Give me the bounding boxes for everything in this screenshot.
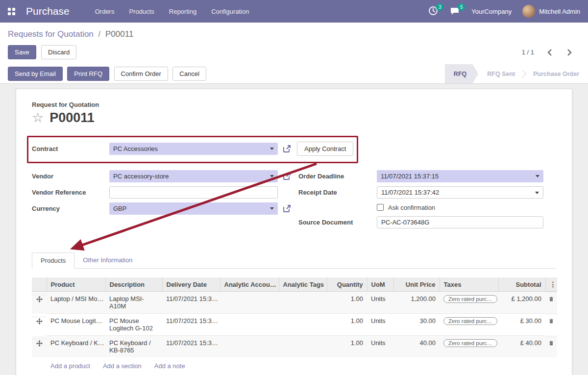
messages-button[interactable]: 5	[450, 6, 461, 17]
vendor-select[interactable]: PC accessory-store	[109, 170, 278, 182]
save-button[interactable]: Save	[8, 45, 36, 59]
tax-tag[interactable]: Zero rated purc…	[443, 339, 497, 347]
cell-product[interactable]: Laptop / MSI Mo…	[47, 292, 105, 314]
record-type-label: Request for Quotation	[32, 101, 556, 108]
apply-contract-button[interactable]: Apply Contract	[297, 142, 353, 156]
col-quantity[interactable]: Quantity	[327, 277, 367, 292]
cell-taxes[interactable]: Zero rated purc…	[440, 336, 498, 358]
tax-tag[interactable]: Zero rated purc…	[443, 295, 497, 303]
company-switcher[interactable]: YourCompany	[471, 8, 512, 15]
add-a-section-link[interactable]: Add a section	[103, 362, 142, 370]
order-deadline-input[interactable]: 11/07/2021 15:37:15	[377, 170, 543, 182]
currency-select[interactable]: GBP	[109, 202, 278, 215]
optional-columns-icon[interactable]: ⋮	[545, 277, 557, 292]
activities-button[interactable]: 3	[428, 6, 439, 17]
favorite-star-icon[interactable]: ☆	[32, 111, 44, 125]
cancel-button[interactable]: Cancel	[172, 67, 206, 81]
cell-product[interactable]: PC Mouse Logit…	[47, 314, 105, 336]
delete-line-icon[interactable]	[545, 314, 557, 328]
ask-confirmation-checkbox[interactable]	[377, 204, 384, 211]
col-subtotal[interactable]: Subtotal	[498, 277, 545, 292]
vendor-reference-input[interactable]	[109, 186, 278, 199]
col-analytic-tags[interactable]: Analytic Tags	[279, 277, 327, 292]
col-analytic-account[interactable]: Analytic Accou…	[220, 277, 279, 292]
cell-delivery-date[interactable]: 11/07/2021 15:3…	[162, 314, 220, 336]
main-menu: Orders Products Reporting Configuration	[95, 8, 249, 15]
cell-taxes[interactable]: Zero rated purc…	[440, 292, 498, 314]
contract-external-link-icon[interactable]	[283, 145, 291, 153]
cell-quantity[interactable]: 1.00	[327, 314, 367, 336]
tab-products[interactable]: Products	[32, 252, 74, 269]
user-menu[interactable]: Mitchell Admin	[522, 5, 580, 18]
cell-quantity[interactable]: 1.00	[327, 336, 367, 358]
app-name[interactable]: Purchase	[26, 5, 70, 17]
dropdown-caret-icon	[535, 192, 539, 194]
cell-analytic-account[interactable]	[220, 314, 279, 336]
form-view: Request for Quotation ☆ P00011 Contract …	[0, 84, 588, 375]
cell-analytic-tags[interactable]	[279, 314, 327, 336]
top-navbar: Purchase Orders Products Reporting Confi…	[0, 0, 588, 23]
cell-unit-price[interactable]: 40.00	[393, 336, 440, 358]
menu-configuration[interactable]: Configuration	[211, 8, 249, 15]
col-product[interactable]: Product	[47, 277, 105, 292]
col-taxes[interactable]: Taxes	[440, 277, 498, 292]
cell-description[interactable]: Laptop MSI-A10M	[105, 292, 162, 314]
cell-uom[interactable]: Units	[367, 292, 393, 314]
print-rfq-button[interactable]: Print RFQ	[67, 67, 109, 81]
cell-analytic-account[interactable]	[220, 292, 279, 314]
cell-subtotal: £ 40.00	[498, 336, 545, 358]
contract-select[interactable]: PC Accessories	[109, 143, 278, 155]
cell-description[interactable]: PC Mouse Logitech G-102	[105, 314, 162, 336]
pager-previous-icon[interactable]	[547, 49, 552, 56]
delete-line-icon[interactable]	[545, 336, 557, 350]
delete-line-icon[interactable]	[545, 292, 557, 306]
breadcrumb-parent[interactable]: Requests for Quotation	[8, 29, 94, 39]
receipt-date-input[interactable]: 11/07/2021 15:37:42	[377, 186, 543, 199]
col-unit-price[interactable]: Unit Price	[393, 277, 440, 292]
order-deadline-label: Order Deadline	[298, 173, 377, 180]
drag-handle-icon[interactable]	[32, 339, 47, 350]
currency-external-link-icon[interactable]	[283, 204, 291, 213]
drag-handle-icon[interactable]	[32, 295, 47, 306]
cell-product[interactable]: PC Keyboard / K…	[47, 336, 105, 358]
col-uom[interactable]: UoM	[367, 277, 393, 292]
cell-analytic-account[interactable]	[220, 336, 279, 358]
col-description[interactable]: Description	[105, 277, 162, 292]
cell-uom[interactable]: Units	[367, 336, 393, 358]
currency-label: Currency	[32, 205, 109, 212]
cell-unit-price[interactable]: 30.00	[393, 314, 440, 336]
ask-confirmation-row: Ask confirmation	[377, 202, 563, 213]
order-line-row[interactable]: Laptop / MSI Mo… Laptop MSI-A10M 11/07/2…	[32, 292, 557, 314]
pager-next-icon[interactable]	[567, 49, 572, 56]
cell-delivery-date[interactable]: 11/07/2021 15:3…	[162, 292, 220, 314]
state-rfq-sent[interactable]: RFQ Sent	[478, 64, 524, 83]
tax-tag[interactable]: Zero rated purc…	[443, 317, 497, 325]
source-document-input[interactable]: PC-AC-073648G	[377, 216, 543, 228]
menu-reporting[interactable]: Reporting	[169, 8, 196, 15]
cell-unit-price[interactable]: 1,200.00	[393, 292, 440, 314]
cell-analytic-tags[interactable]	[279, 336, 327, 358]
cell-taxes[interactable]: Zero rated purc…	[440, 314, 498, 336]
vendor-external-link-icon[interactable]	[283, 172, 291, 180]
drag-handle-icon[interactable]	[32, 317, 47, 328]
cell-quantity[interactable]: 1.00	[327, 292, 367, 314]
order-line-row[interactable]: PC Keyboard / K… PC Keyboard / KB-8765 1…	[32, 336, 557, 358]
add-a-note-link[interactable]: Add a note	[154, 362, 185, 370]
cell-analytic-tags[interactable]	[279, 292, 327, 314]
tab-other-information[interactable]: Other Information	[74, 252, 141, 268]
cell-uom[interactable]: Units	[367, 314, 393, 336]
cell-description[interactable]: PC Keyboard / KB-8765	[105, 336, 162, 358]
order-line-row[interactable]: PC Mouse Logit… PC Mouse Logitech G-102 …	[32, 314, 557, 336]
col-delivery-date[interactable]: Delivery Date	[162, 277, 220, 292]
cell-delivery-date[interactable]: 11/07/2021 15:3…	[162, 336, 220, 358]
menu-products[interactable]: Products	[129, 8, 154, 15]
confirm-order-button[interactable]: Confirm Order	[114, 67, 168, 81]
state-purchase-order[interactable]: Purchase Order	[524, 64, 588, 83]
currency-field-row: Currency GBP	[32, 202, 294, 215]
discard-button[interactable]: Discard	[41, 45, 76, 59]
menu-orders[interactable]: Orders	[95, 8, 115, 15]
send-by-email-button[interactable]: Send by Email	[8, 67, 63, 81]
state-rfq[interactable]: RFQ	[445, 64, 478, 83]
apps-menu-icon[interactable]	[8, 8, 15, 15]
add-a-product-link[interactable]: Add a product	[50, 362, 90, 370]
